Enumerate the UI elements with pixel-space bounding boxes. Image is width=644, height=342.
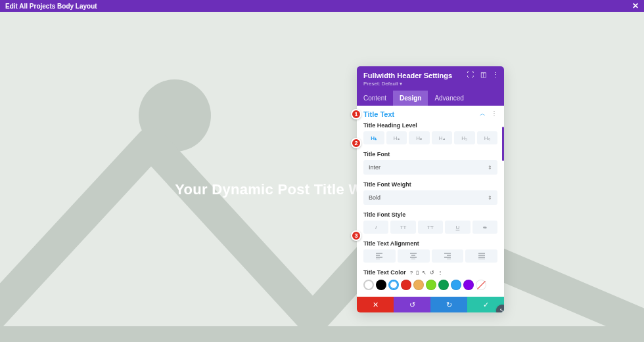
swatch-blue[interactable]: [451, 280, 461, 290]
style-uppercase[interactable]: TT: [390, 221, 415, 234]
callout-1: 1: [351, 109, 361, 119]
title-align-label: Title Text Alignment: [363, 240, 497, 247]
panel-footer: ✕ ↺ ↻ ✓: [357, 297, 504, 312]
title-font-select[interactable]: Inter ⇕: [363, 160, 497, 175]
top-bar: Edit All Projects Body Layout ✕: [0, 0, 644, 12]
heading-level-h3[interactable]: H₃: [409, 131, 430, 144]
preset-label[interactable]: Preset: Default ▾: [363, 81, 497, 87]
align-right[interactable]: [432, 249, 464, 263]
heading-level-h1[interactable]: H₁: [363, 131, 384, 144]
style-underline[interactable]: U: [445, 221, 470, 234]
style-italic[interactable]: I: [363, 221, 388, 234]
swatch-white[interactable]: [388, 280, 399, 290]
undo-button[interactable]: ↺: [394, 297, 430, 312]
discard-button[interactable]: ✕: [357, 297, 394, 312]
tab-design[interactable]: Design: [393, 91, 428, 106]
redo-button[interactable]: ↻: [430, 297, 467, 312]
align-justify[interactable]: [465, 249, 497, 263]
chevron-updown-icon: ⇕: [488, 165, 492, 171]
title-font-label: Title Font: [363, 151, 497, 158]
swatch-green[interactable]: [438, 280, 449, 290]
chevron-up-icon[interactable]: ︿: [480, 110, 486, 118]
align-center[interactable]: [398, 249, 430, 263]
panel-body: Title Text ︿ ⋮ Title Heading Level H₁ H₂…: [357, 106, 504, 297]
panel-header[interactable]: Fullwidth Header Settings Preset: Defaul…: [357, 66, 504, 91]
align-left[interactable]: [363, 249, 396, 263]
section-title[interactable]: Title Text: [363, 110, 394, 118]
color-more-icon[interactable]: ⋮: [438, 270, 443, 276]
swatch-none[interactable]: [476, 280, 486, 290]
hover-icon[interactable]: ↖: [422, 270, 426, 276]
heading-level-label: Title Heading Level: [363, 122, 497, 129]
image-placeholder-bg: [0, 12, 644, 342]
resize-handle-icon[interactable]: ⤡: [496, 305, 504, 312]
page-title: Your Dynamic Post Title Will Display Her…: [0, 181, 644, 198]
tab-advanced[interactable]: Advanced: [428, 91, 470, 106]
more-icon[interactable]: ⋮: [492, 71, 499, 77]
callout-3: 3: [351, 230, 361, 241]
swatch-black[interactable]: [376, 280, 386, 290]
help-icon[interactable]: ?: [410, 270, 413, 276]
heading-level-h4[interactable]: H₄: [432, 131, 453, 144]
swatch-red[interactable]: [401, 280, 411, 290]
swatch-yellow[interactable]: [413, 280, 424, 290]
style-strike[interactable]: S: [472, 221, 497, 234]
title-color-label: Title Text Color: [363, 269, 406, 276]
expand-icon[interactable]: ⛶: [467, 71, 474, 77]
title-weight-select[interactable]: Bold ⇕: [363, 190, 497, 205]
tabs: Content Design Advanced: [357, 91, 504, 106]
heading-level-h5[interactable]: H₅: [454, 131, 475, 144]
heading-level-h6[interactable]: H₆: [477, 131, 498, 144]
title-weight-label: Title Font Weight: [363, 181, 497, 188]
swatch-lime[interactable]: [426, 280, 436, 290]
title-font-value: Inter: [369, 164, 380, 171]
title-style-label: Title Font Style: [363, 211, 497, 218]
canvas: Your Dynamic Post Title Will Display Her…: [0, 12, 644, 342]
chevron-updown-icon: ⇕: [488, 195, 492, 201]
settings-panel: Fullwidth Header Settings Preset: Defaul…: [357, 66, 504, 312]
swatch-current[interactable]: [363, 280, 374, 290]
svg-point-0: [139, 79, 211, 152]
close-icon[interactable]: ✕: [632, 1, 639, 11]
tab-content[interactable]: Content: [357, 91, 393, 106]
section-more-icon[interactable]: ⋮: [491, 110, 497, 118]
snap-icon[interactable]: ◫: [480, 71, 486, 77]
swatch-purple[interactable]: [463, 280, 474, 290]
heading-level-h2[interactable]: H₂: [386, 131, 407, 144]
reset-icon[interactable]: ↺: [430, 270, 434, 276]
phone-icon[interactable]: ▯: [416, 270, 419, 276]
style-smallcaps[interactable]: Tᴛ: [418, 221, 443, 234]
align-buttons: [363, 249, 497, 263]
title-weight-value: Bold: [369, 194, 380, 201]
color-swatches: [363, 280, 497, 293]
heading-levels: H₁ H₂ H₃ H₄ H₅ H₆: [363, 131, 497, 144]
top-bar-title: Edit All Projects Body Layout: [5, 3, 97, 10]
callout-2: 2: [351, 138, 361, 148]
style-buttons: I TT Tᴛ U S: [363, 221, 497, 234]
scrollbar[interactable]: [502, 127, 504, 161]
